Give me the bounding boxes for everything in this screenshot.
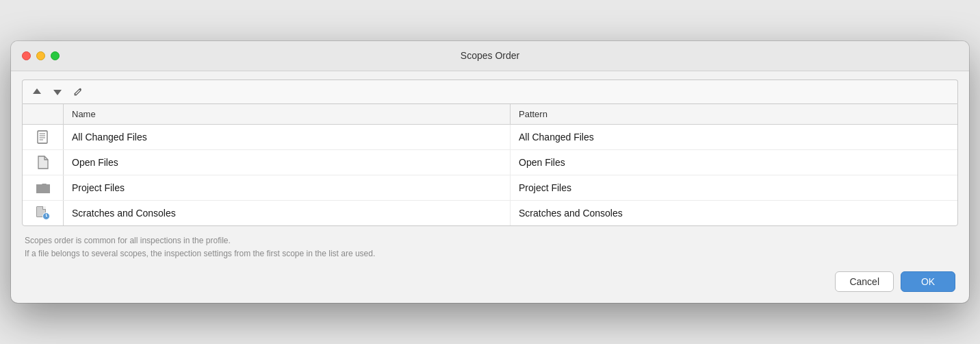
row-name-cell: Scratches and Consoles bbox=[64, 201, 511, 225]
close-button[interactable] bbox=[22, 51, 31, 60]
table-row[interactable]: All Changed Files All Changed Files bbox=[23, 125, 957, 150]
scratches-icon-container bbox=[36, 206, 50, 220]
row-pattern-cell: Open Files bbox=[511, 150, 957, 175]
footer-info: Scopes order is common for all inspectio… bbox=[22, 234, 958, 260]
row-name-cell: Project Files bbox=[64, 175, 511, 200]
scopes-order-dialog: Scopes Order bbox=[11, 41, 969, 303]
project-files-icon-svg bbox=[36, 182, 50, 193]
footer-line2: If a file belongs to several scopes, the… bbox=[25, 247, 955, 260]
all-changed-files-icon bbox=[37, 130, 49, 144]
edit-button[interactable] bbox=[69, 84, 87, 99]
arrow-down-icon bbox=[53, 87, 62, 97]
dialog-buttons: Cancel OK bbox=[22, 271, 958, 292]
minimize-button[interactable] bbox=[36, 51, 45, 60]
arrow-up-icon bbox=[32, 87, 42, 97]
move-up-button[interactable] bbox=[28, 84, 46, 99]
open-files-icon bbox=[36, 156, 50, 169]
scratches-consoles-icon bbox=[36, 206, 50, 220]
window-title: Scopes Order bbox=[461, 50, 519, 61]
move-down-button[interactable] bbox=[49, 84, 66, 99]
table-toolbar bbox=[22, 79, 958, 103]
row-icon-cell bbox=[23, 175, 64, 200]
project-files-icon bbox=[36, 181, 50, 195]
col-header-name: Name bbox=[64, 104, 511, 124]
row-name-cell: Open Files bbox=[64, 150, 511, 175]
footer-line1: Scopes order is common for all inspectio… bbox=[25, 234, 955, 247]
maximize-button[interactable] bbox=[51, 51, 60, 60]
row-icon-cell bbox=[23, 150, 64, 175]
row-pattern-cell: All Changed Files bbox=[511, 125, 957, 149]
cancel-button[interactable]: Cancel bbox=[835, 271, 894, 292]
scopes-table: Name Pattern All Chan bbox=[22, 103, 958, 226]
svg-marker-0 bbox=[33, 88, 41, 94]
scratch-clock-icon bbox=[42, 212, 50, 220]
all-changed-icon bbox=[36, 130, 50, 144]
col-header-pattern: Pattern bbox=[511, 104, 957, 124]
titlebar: Scopes Order bbox=[11, 41, 969, 71]
table-header: Name Pattern bbox=[23, 104, 957, 125]
row-icon-cell bbox=[23, 201, 64, 225]
row-pattern-cell: Project Files bbox=[511, 175, 957, 200]
row-pattern-cell: Scratches and Consoles bbox=[511, 201, 957, 225]
row-name-cell: All Changed Files bbox=[64, 125, 511, 149]
row-icon-cell bbox=[23, 125, 64, 149]
table-row[interactable]: Project Files Project Files bbox=[23, 175, 957, 201]
dialog-content: Name Pattern All Chan bbox=[11, 71, 969, 303]
svg-rect-2 bbox=[38, 131, 47, 143]
open-files-icon-svg bbox=[38, 156, 49, 169]
table-row[interactable]: Scratches and Consoles Scratches and Con… bbox=[23, 201, 957, 225]
svg-marker-1 bbox=[53, 90, 62, 95]
table-row[interactable]: Open Files Open Files bbox=[23, 150, 957, 175]
pencil-icon bbox=[73, 87, 83, 97]
col-header-icon bbox=[23, 104, 64, 124]
ok-button[interactable]: OK bbox=[901, 271, 955, 292]
traffic-lights bbox=[22, 51, 60, 60]
